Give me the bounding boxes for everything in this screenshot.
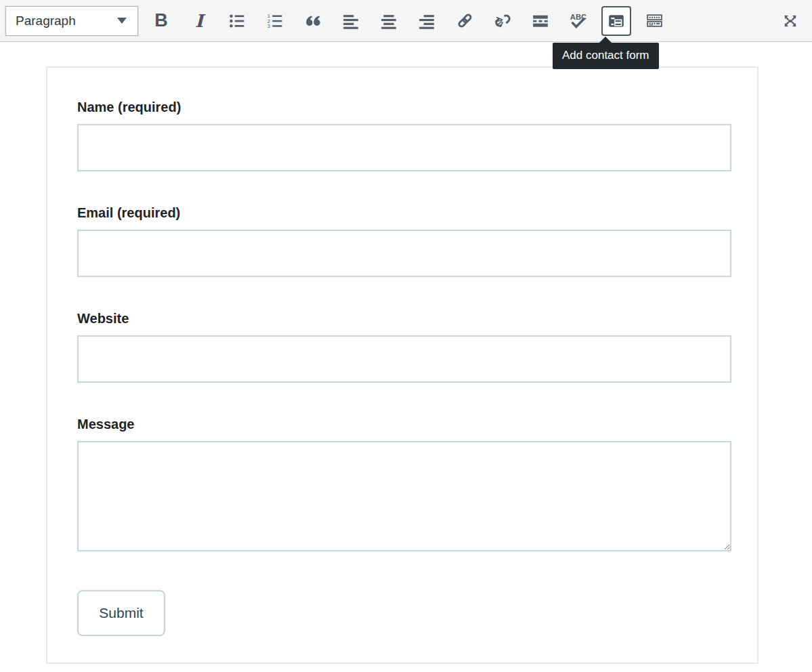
- submit-button[interactable]: Submit: [77, 590, 165, 636]
- keyboard-shortcuts-button[interactable]: [639, 6, 669, 36]
- align-left-button[interactable]: [336, 6, 366, 36]
- read-more-tag-icon: [532, 12, 549, 30]
- add-contact-form-button[interactable]: [601, 6, 631, 36]
- field-label-email: Email (required): [77, 205, 727, 221]
- unlink-icon: [494, 12, 512, 30]
- align-right-button[interactable]: [412, 6, 442, 36]
- editor-content-area[interactable]: Name (required) Email (required) Website…: [0, 42, 812, 671]
- insert-link-button[interactable]: [450, 6, 479, 36]
- editor-toolbar: Paragraph B I 1 2 3: [0, 0, 812, 42]
- tooltip-text: Add contact form: [562, 49, 649, 62]
- name-field[interactable]: [77, 124, 731, 171]
- contact-form-preview: Name (required) Email (required) Website…: [46, 66, 758, 664]
- email-field[interactable]: [77, 230, 731, 277]
- numbered-list-button[interactable]: 1 2 3: [260, 6, 290, 36]
- svg-text:3: 3: [268, 22, 270, 28]
- field-label-website: Website: [77, 310, 727, 327]
- read-more-tag-button[interactable]: [526, 6, 555, 36]
- align-center-button[interactable]: [374, 6, 404, 36]
- bold-icon: B: [154, 12, 168, 30]
- blockquote-icon: [303, 12, 322, 30]
- paragraph-dropdown-value: Paragraph: [16, 14, 76, 28]
- spellcheck-button[interactable]: ABC: [563, 6, 593, 36]
- blockquote-button[interactable]: [298, 6, 328, 36]
- bulleted-list-button[interactable]: [222, 6, 252, 36]
- chevron-down-icon: [117, 18, 127, 24]
- italic-icon: I: [195, 12, 203, 30]
- field-label-message: Message: [77, 416, 727, 432]
- spellcheck-icon: ABC: [568, 11, 589, 31]
- message-field[interactable]: [77, 441, 731, 551]
- align-center-icon: [380, 12, 398, 30]
- paragraph-dropdown[interactable]: Paragraph: [5, 6, 138, 36]
- link-icon: [456, 12, 474, 30]
- keyboard-icon: [645, 12, 664, 30]
- align-right-icon: [418, 12, 435, 30]
- bold-button[interactable]: B: [146, 6, 176, 36]
- bulleted-list-icon: [228, 12, 246, 30]
- fullscreen-button[interactable]: [775, 6, 805, 36]
- remove-link-button[interactable]: [488, 6, 517, 36]
- italic-button[interactable]: I: [184, 6, 214, 36]
- website-field[interactable]: [77, 335, 731, 383]
- contact-form-icon: [607, 12, 625, 30]
- fullscreen-icon: [782, 12, 799, 30]
- field-label-name: Name (required): [77, 99, 727, 115]
- align-left-icon: [342, 12, 360, 30]
- add-contact-form-tooltip: Add contact form: [553, 43, 659, 69]
- numbered-list-icon: 1 2 3: [266, 12, 284, 30]
